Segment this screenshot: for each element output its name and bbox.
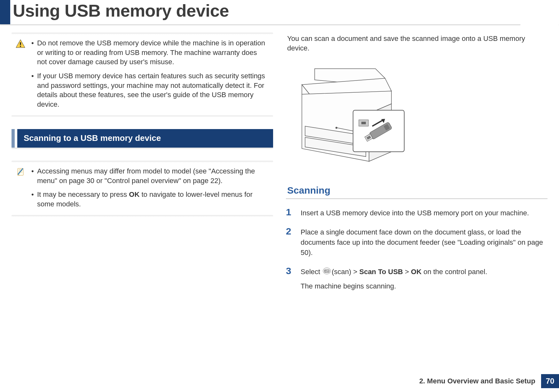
step3-bold1: Scan To USB <box>359 268 403 276</box>
warning-item-1: Do not remove the USB memory device whil… <box>30 38 268 67</box>
step3-bold2: OK <box>411 268 421 276</box>
step-text-2: Place a single document face down on the… <box>301 227 544 258</box>
section-heading-notch <box>12 129 15 148</box>
step3-t4: on the control panel. <box>421 268 487 276</box>
note-item-2: It may be necessary to press OK to navig… <box>30 190 268 209</box>
subsection-heading: Scanning <box>286 185 547 196</box>
step-text-1: Insert a USB memory device into the USB … <box>301 208 529 218</box>
note-2-bold: OK <box>129 190 139 198</box>
step3-t2: (scan) > <box>332 268 359 276</box>
step3-t1: Select <box>301 268 322 276</box>
warning-item-2: If your USB memory device has certain fe… <box>30 71 268 109</box>
subsection-underline <box>286 198 547 199</box>
section-heading: Scanning to a USB memory device <box>24 133 161 143</box>
page-header: Using USB memory device <box>0 0 559 25</box>
section-heading-bar: Scanning to a USB memory device <box>12 129 273 148</box>
note-item-1: Accessing menus may differ from model to… <box>30 166 268 185</box>
note-1-or: or <box>94 177 105 185</box>
step-2: 2 Place a single document face down on t… <box>286 227 547 258</box>
warning-callout: Do not remove the USB memory device whil… <box>12 33 273 117</box>
svg-point-9 <box>335 127 337 129</box>
note-1-post: "Control panel overview" on page 22). <box>105 177 223 185</box>
step-1: 1 Insert a USB memory device into the US… <box>286 208 547 218</box>
intro-text: You can scan a document and save the sca… <box>286 33 547 53</box>
footer-chapter: 2. Menu Overview and Basic Setup <box>419 377 541 385</box>
right-column: You can scan a document and save the sca… <box>286 33 547 300</box>
note-2-pre: It may be necessary to press <box>37 190 129 198</box>
note-callout: Accessing menus may differ from model to… <box>12 161 273 217</box>
svg-rect-0 <box>20 42 21 45</box>
page-title: Using USB memory device <box>13 1 229 20</box>
svg-rect-11 <box>361 122 366 124</box>
scan-icon <box>323 267 331 277</box>
svg-point-16 <box>323 268 331 274</box>
page-footer: 2. Menu Overview and Basic Setup 70 <box>0 374 559 388</box>
svg-point-1 <box>20 46 21 47</box>
main-content: Do not remove the USB memory device whil… <box>0 25 559 300</box>
step-number-2: 2 <box>286 227 295 236</box>
svg-point-17 <box>325 272 326 272</box>
warning-icon <box>15 39 26 50</box>
footer-page-number: 70 <box>541 374 559 388</box>
step3-followup: The machine begins scanning. <box>301 281 487 291</box>
step-number-3: 3 <box>286 266 295 276</box>
left-column: Do not remove the USB memory device whil… <box>12 33 273 300</box>
step-text-3: Select (scan) > Scan To USB > OK on the … <box>301 267 487 291</box>
section-underline <box>12 148 273 149</box>
printer-illustration <box>289 62 547 169</box>
note-icon <box>15 167 26 179</box>
step-3: 3 Select (scan) > Scan To USB > OK on th… <box>286 267 547 291</box>
step-number-1: 1 <box>286 207 295 217</box>
header-accent-block <box>0 0 10 24</box>
step3-t3: > <box>403 268 411 276</box>
header-underline <box>0 24 559 26</box>
